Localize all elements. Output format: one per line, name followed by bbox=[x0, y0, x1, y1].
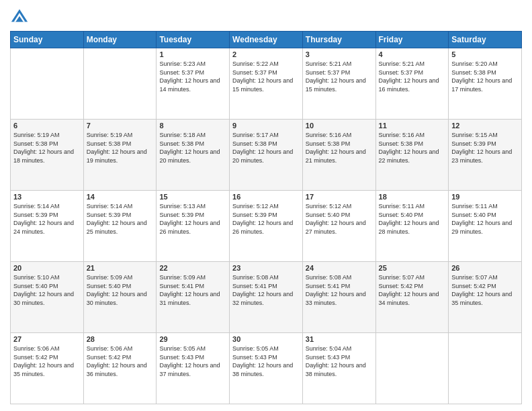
day-info: Sunrise: 5:05 AM Sunset: 5:43 PM Dayligh… bbox=[232, 345, 300, 378]
day-number: 15 bbox=[159, 193, 226, 201]
calendar-day-cell: 9Sunrise: 5:17 AM Sunset: 5:38 PM Daylig… bbox=[230, 120, 303, 191]
day-number: 14 bbox=[87, 193, 154, 201]
calendar-day-cell bbox=[375, 333, 449, 404]
calendar-day-cell: 15Sunrise: 5:13 AM Sunset: 5:39 PM Dayli… bbox=[157, 191, 230, 262]
calendar-day-cell: 14Sunrise: 5:14 AM Sunset: 5:39 PM Dayli… bbox=[83, 191, 157, 262]
day-info: Sunrise: 5:17 AM Sunset: 5:38 PM Dayligh… bbox=[232, 131, 300, 165]
day-number: 19 bbox=[451, 193, 519, 201]
day-number: 25 bbox=[379, 264, 446, 272]
calendar-day-cell: 12Sunrise: 5:15 AM Sunset: 5:39 PM Dayli… bbox=[449, 120, 522, 191]
calendar-day-cell: 11Sunrise: 5:16 AM Sunset: 5:38 PM Dayli… bbox=[375, 120, 449, 191]
day-number: 17 bbox=[306, 193, 373, 201]
day-info: Sunrise: 5:05 AM Sunset: 5:43 PM Dayligh… bbox=[159, 345, 226, 378]
day-info: Sunrise: 5:21 AM Sunset: 5:37 PM Dayligh… bbox=[379, 60, 446, 93]
day-info: Sunrise: 5:10 AM Sunset: 5:40 PM Dayligh… bbox=[13, 273, 81, 307]
day-info: Sunrise: 5:11 AM Sunset: 5:40 PM Dayligh… bbox=[451, 202, 519, 236]
day-info: Sunrise: 5:23 AM Sunset: 5:37 PM Dayligh… bbox=[159, 60, 226, 93]
day-info: Sunrise: 5:07 AM Sunset: 5:42 PM Dayligh… bbox=[451, 273, 519, 307]
day-of-week-header: Monday bbox=[83, 32, 157, 48]
calendar-header-row: SundayMondayTuesdayWednesdayThursdayFrid… bbox=[11, 32, 522, 48]
day-number: 20 bbox=[13, 264, 81, 272]
day-info: Sunrise: 5:16 AM Sunset: 5:38 PM Dayligh… bbox=[306, 131, 373, 165]
day-of-week-header: Friday bbox=[375, 32, 449, 48]
calendar-day-cell: 28Sunrise: 5:06 AM Sunset: 5:42 PM Dayli… bbox=[83, 333, 157, 404]
calendar-week-row: 27Sunrise: 5:06 AM Sunset: 5:42 PM Dayli… bbox=[11, 333, 522, 404]
day-number: 23 bbox=[232, 264, 300, 272]
header bbox=[10, 7, 522, 26]
calendar-day-cell: 27Sunrise: 5:06 AM Sunset: 5:42 PM Dayli… bbox=[11, 333, 84, 404]
calendar-day-cell: 20Sunrise: 5:10 AM Sunset: 5:40 PM Dayli… bbox=[11, 262, 84, 333]
day-info: Sunrise: 5:08 AM Sunset: 5:41 PM Dayligh… bbox=[306, 273, 373, 307]
calendar-day-cell: 29Sunrise: 5:05 AM Sunset: 5:43 PM Dayli… bbox=[157, 333, 230, 404]
calendar-day-cell: 16Sunrise: 5:12 AM Sunset: 5:39 PM Dayli… bbox=[230, 191, 303, 262]
calendar-day-cell bbox=[83, 48, 157, 120]
day-of-week-header: Saturday bbox=[449, 32, 522, 48]
calendar-day-cell bbox=[11, 48, 84, 120]
day-number: 6 bbox=[13, 122, 81, 130]
day-number: 10 bbox=[306, 122, 373, 130]
calendar-day-cell: 25Sunrise: 5:07 AM Sunset: 5:42 PM Dayli… bbox=[375, 262, 449, 333]
day-info: Sunrise: 5:09 AM Sunset: 5:40 PM Dayligh… bbox=[87, 273, 154, 307]
calendar-day-cell: 10Sunrise: 5:16 AM Sunset: 5:38 PM Dayli… bbox=[302, 120, 375, 191]
day-info: Sunrise: 5:12 AM Sunset: 5:40 PM Dayligh… bbox=[306, 202, 373, 236]
calendar-day-cell bbox=[449, 333, 522, 404]
calendar-day-cell: 6Sunrise: 5:19 AM Sunset: 5:38 PM Daylig… bbox=[11, 120, 84, 191]
day-number: 5 bbox=[451, 50, 519, 58]
day-number: 4 bbox=[379, 50, 446, 58]
day-number: 7 bbox=[87, 122, 154, 130]
calendar-day-cell: 18Sunrise: 5:11 AM Sunset: 5:40 PM Dayli… bbox=[375, 191, 449, 262]
calendar-day-cell: 7Sunrise: 5:19 AM Sunset: 5:38 PM Daylig… bbox=[83, 120, 157, 191]
calendar-day-cell: 1Sunrise: 5:23 AM Sunset: 5:37 PM Daylig… bbox=[157, 48, 230, 120]
calendar-day-cell: 23Sunrise: 5:08 AM Sunset: 5:41 PM Dayli… bbox=[230, 262, 303, 333]
day-number: 31 bbox=[306, 335, 373, 343]
day-number: 21 bbox=[87, 264, 154, 272]
day-info: Sunrise: 5:16 AM Sunset: 5:38 PM Dayligh… bbox=[379, 131, 446, 165]
day-number: 18 bbox=[379, 193, 446, 201]
calendar-day-cell: 21Sunrise: 5:09 AM Sunset: 5:40 PM Dayli… bbox=[83, 262, 157, 333]
day-of-week-header: Thursday bbox=[302, 32, 375, 48]
day-info: Sunrise: 5:09 AM Sunset: 5:41 PM Dayligh… bbox=[159, 273, 226, 307]
day-info: Sunrise: 5:08 AM Sunset: 5:41 PM Dayligh… bbox=[232, 273, 300, 307]
day-info: Sunrise: 5:07 AM Sunset: 5:42 PM Dayligh… bbox=[379, 273, 446, 307]
day-info: Sunrise: 5:21 AM Sunset: 5:37 PM Dayligh… bbox=[306, 60, 373, 93]
day-number: 24 bbox=[306, 264, 373, 272]
day-number: 13 bbox=[13, 193, 81, 201]
day-number: 28 bbox=[87, 335, 154, 343]
logo bbox=[10, 7, 32, 26]
day-info: Sunrise: 5:11 AM Sunset: 5:40 PM Dayligh… bbox=[379, 202, 446, 236]
calendar-day-cell: 31Sunrise: 5:04 AM Sunset: 5:43 PM Dayli… bbox=[302, 333, 375, 404]
calendar-day-cell: 2Sunrise: 5:22 AM Sunset: 5:37 PM Daylig… bbox=[230, 48, 303, 120]
calendar-week-row: 6Sunrise: 5:19 AM Sunset: 5:38 PM Daylig… bbox=[11, 120, 522, 191]
day-info: Sunrise: 5:22 AM Sunset: 5:37 PM Dayligh… bbox=[232, 60, 300, 93]
day-info: Sunrise: 5:18 AM Sunset: 5:38 PM Dayligh… bbox=[159, 131, 226, 165]
day-number: 1 bbox=[159, 50, 226, 58]
calendar-day-cell: 4Sunrise: 5:21 AM Sunset: 5:37 PM Daylig… bbox=[375, 48, 449, 120]
day-info: Sunrise: 5:15 AM Sunset: 5:39 PM Dayligh… bbox=[451, 131, 519, 165]
calendar-week-row: 13Sunrise: 5:14 AM Sunset: 5:39 PM Dayli… bbox=[11, 191, 522, 262]
day-number: 29 bbox=[159, 335, 226, 343]
day-info: Sunrise: 5:12 AM Sunset: 5:39 PM Dayligh… bbox=[232, 202, 300, 236]
calendar-day-cell: 13Sunrise: 5:14 AM Sunset: 5:39 PM Dayli… bbox=[11, 191, 84, 262]
calendar-day-cell: 24Sunrise: 5:08 AM Sunset: 5:41 PM Dayli… bbox=[302, 262, 375, 333]
day-info: Sunrise: 5:19 AM Sunset: 5:38 PM Dayligh… bbox=[87, 131, 154, 165]
calendar-day-cell: 30Sunrise: 5:05 AM Sunset: 5:43 PM Dayli… bbox=[230, 333, 303, 404]
day-number: 11 bbox=[379, 122, 446, 130]
day-number: 8 bbox=[159, 122, 226, 130]
calendar-day-cell: 17Sunrise: 5:12 AM Sunset: 5:40 PM Dayli… bbox=[302, 191, 375, 262]
day-of-week-header: Wednesday bbox=[230, 32, 303, 48]
day-info: Sunrise: 5:06 AM Sunset: 5:42 PM Dayligh… bbox=[87, 345, 154, 378]
calendar-day-cell: 5Sunrise: 5:20 AM Sunset: 5:38 PM Daylig… bbox=[449, 48, 522, 120]
day-number: 12 bbox=[451, 122, 519, 130]
day-number: 2 bbox=[232, 50, 300, 58]
calendar-day-cell: 3Sunrise: 5:21 AM Sunset: 5:37 PM Daylig… bbox=[302, 48, 375, 120]
day-number: 9 bbox=[232, 122, 300, 130]
day-number: 26 bbox=[451, 264, 519, 272]
day-number: 30 bbox=[232, 335, 300, 343]
page: SundayMondayTuesdayWednesdayThursdayFrid… bbox=[0, 0, 532, 411]
calendar-day-cell: 22Sunrise: 5:09 AM Sunset: 5:41 PM Dayli… bbox=[157, 262, 230, 333]
day-info: Sunrise: 5:06 AM Sunset: 5:42 PM Dayligh… bbox=[13, 345, 81, 378]
day-info: Sunrise: 5:20 AM Sunset: 5:38 PM Dayligh… bbox=[451, 60, 519, 93]
calendar-day-cell: 8Sunrise: 5:18 AM Sunset: 5:38 PM Daylig… bbox=[157, 120, 230, 191]
day-number: 3 bbox=[306, 50, 373, 58]
day-number: 16 bbox=[232, 193, 300, 201]
